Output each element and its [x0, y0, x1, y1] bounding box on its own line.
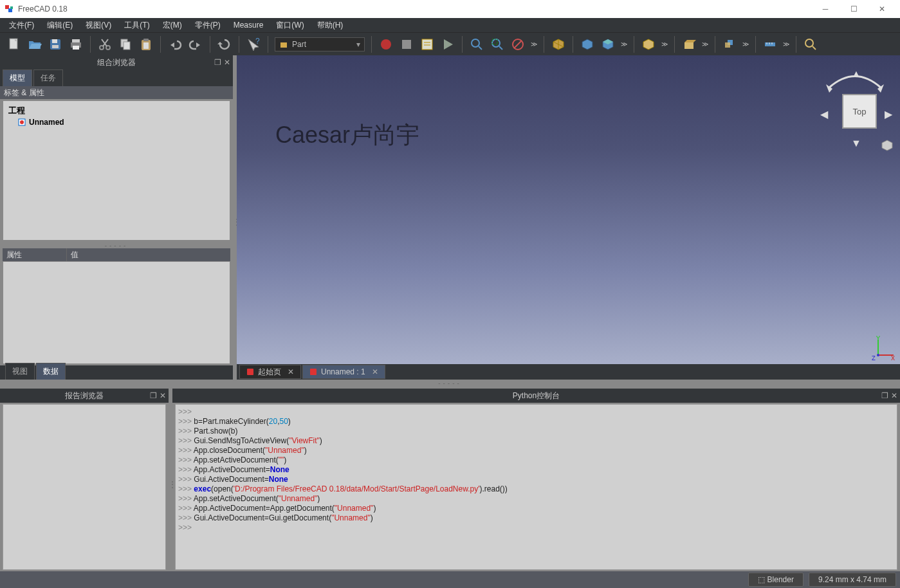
- menu-item[interactable]: 零件(P): [188, 18, 227, 32]
- macro-edit-button[interactable]: [417, 34, 437, 55]
- svg-rect-3: [10, 39, 17, 49]
- v-splitter[interactable]: [169, 389, 172, 571]
- new-file-button[interactable]: [4, 34, 24, 55]
- tab-tasks[interactable]: 任务: [33, 69, 63, 86]
- toolbar-overflow-icon[interactable]: ≫: [780, 41, 792, 48]
- svg-line-32: [479, 46, 482, 50]
- svg-rect-27: [422, 39, 432, 50]
- toolbar-overflow-icon[interactable]: ≫: [659, 41, 670, 48]
- svg-point-56: [20, 120, 24, 124]
- cut-button[interactable]: [95, 34, 115, 55]
- app-logo-icon: [4, 4, 14, 14]
- nav-style-button[interactable]: ⬚Blender: [748, 573, 804, 587]
- tab-close-icon[interactable]: ✕: [288, 367, 294, 376]
- toolbar-overflow-icon[interactable]: ≫: [740, 41, 751, 48]
- prop-col-name: 属性: [3, 248, 67, 261]
- menu-item[interactable]: Measure: [227, 18, 270, 32]
- part-extrude-button[interactable]: [679, 34, 699, 55]
- zoom-selection-button[interactable]: [487, 34, 508, 55]
- svg-rect-7: [52, 45, 59, 48]
- tab-data[interactable]: 数据: [36, 363, 66, 380]
- app-title: FreeCAD 0.18: [18, 5, 68, 14]
- svg-point-33: [492, 39, 500, 47]
- svg-point-64: [877, 354, 879, 356]
- print-button[interactable]: [66, 34, 86, 55]
- open-file-button[interactable]: [24, 34, 45, 55]
- menu-item[interactable]: 编辑(E): [41, 18, 79, 32]
- document-tree[interactable]: 工程 Unnamed: [3, 100, 230, 241]
- tab-view[interactable]: 视图: [5, 363, 35, 380]
- nav-up-arrow[interactable]: ▲: [851, 68, 861, 80]
- panel-close-icon[interactable]: ✕: [224, 58, 230, 67]
- measure-button[interactable]: [760, 34, 780, 55]
- save-button[interactable]: [45, 34, 66, 55]
- menu-item[interactable]: 工具(T): [118, 18, 156, 32]
- nav-cube-face[interactable]: Top: [842, 94, 877, 129]
- property-grid[interactable]: [3, 261, 230, 364]
- undo-button[interactable]: [165, 34, 185, 55]
- svg-marker-59: [882, 140, 892, 151]
- menu-item[interactable]: 视图(V): [79, 18, 118, 32]
- svg-point-53: [805, 39, 813, 47]
- svg-text:Y: Y: [876, 336, 881, 343]
- navigation-cube[interactable]: ▲ ◀ ▶ ▼ Top: [816, 62, 894, 152]
- macro-play-button[interactable]: [437, 34, 458, 55]
- window-close-button[interactable]: ✕: [868, 0, 896, 18]
- workbench-selector[interactable]: Part ▾: [275, 37, 365, 51]
- toolbar-overflow-icon[interactable]: ≫: [699, 41, 711, 48]
- part-box-button[interactable]: [638, 34, 659, 55]
- svg-rect-1: [8, 8, 12, 12]
- view-iso-button[interactable]: [548, 34, 569, 55]
- menu-item[interactable]: 宏(M): [156, 18, 188, 32]
- report-view-panel: 报告浏览器 ❐✕: [0, 389, 169, 571]
- panel-close-icon[interactable]: ✕: [891, 391, 897, 400]
- refresh-button[interactable]: [214, 34, 235, 55]
- svg-marker-46: [684, 40, 696, 42]
- window-minimize-button[interactable]: ─: [811, 0, 840, 18]
- redo-button[interactable]: [185, 34, 206, 55]
- tab-close-icon[interactable]: ✕: [372, 367, 378, 376]
- svg-rect-5: [50, 39, 60, 50]
- toolbar-overflow-icon[interactable]: ≫: [528, 41, 540, 48]
- menu-item[interactable]: 窗口(W): [270, 18, 310, 32]
- property-panel: 属性 值: [3, 248, 230, 364]
- view-front-button[interactable]: [577, 34, 598, 55]
- document-tab[interactable]: 起始页✕: [239, 365, 301, 379]
- panel-float-icon[interactable]: ❐: [881, 391, 888, 400]
- svg-marker-30: [444, 39, 453, 50]
- menu-item[interactable]: 文件(F): [3, 18, 41, 32]
- panel-float-icon[interactable]: ❐: [150, 391, 157, 400]
- svg-point-31: [472, 39, 479, 47]
- view-top-button[interactable]: [598, 34, 618, 55]
- tree-document[interactable]: Unnamed: [6, 118, 227, 127]
- copy-button[interactable]: [115, 34, 136, 55]
- nav-mini-cube-icon[interactable]: [881, 139, 894, 152]
- whats-this-button[interactable]: ?: [243, 34, 264, 55]
- draw-style-button[interactable]: [508, 34, 528, 55]
- document-tab[interactable]: Unnamed : 1✕: [302, 365, 385, 379]
- h-splitter[interactable]: -----: [0, 380, 900, 385]
- svg-rect-19: [143, 42, 149, 49]
- nav-right-arrow[interactable]: ▶: [885, 108, 892, 120]
- boolean-button[interactable]: [719, 34, 740, 55]
- tree-root[interactable]: 工程: [6, 104, 227, 118]
- window-maximize-button[interactable]: ☐: [840, 0, 868, 18]
- tab-model[interactable]: 模型: [3, 69, 32, 86]
- svg-rect-10: [73, 46, 79, 50]
- 3d-viewport[interactable]: Caesar卢尚宇 ▲ ◀ ▶ ▼ Top Y x z: [237, 55, 900, 364]
- svg-point-12: [106, 46, 110, 50]
- panel-close-icon[interactable]: ✕: [160, 391, 166, 400]
- menu-item[interactable]: 帮助(H): [311, 18, 350, 32]
- nav-down-arrow[interactable]: ▼: [851, 138, 861, 149]
- nav-left-arrow[interactable]: ◀: [820, 108, 828, 120]
- toolbar-overflow-icon[interactable]: ≫: [618, 41, 630, 48]
- zoom-fit-button[interactable]: [466, 34, 487, 55]
- h-splitter[interactable]: -----: [0, 242, 233, 247]
- macro-record-button[interactable]: [376, 34, 396, 55]
- toolbar-last-button[interactable]: [800, 34, 821, 55]
- paste-button[interactable]: [136, 34, 156, 55]
- python-console[interactable]: >>> >>> b=Part.makeCylinder(20,50)>>> Pa…: [175, 404, 897, 570]
- panel-float-icon[interactable]: ❐: [214, 58, 221, 67]
- macro-stop-button[interactable]: [396, 34, 417, 55]
- report-body[interactable]: [3, 404, 166, 570]
